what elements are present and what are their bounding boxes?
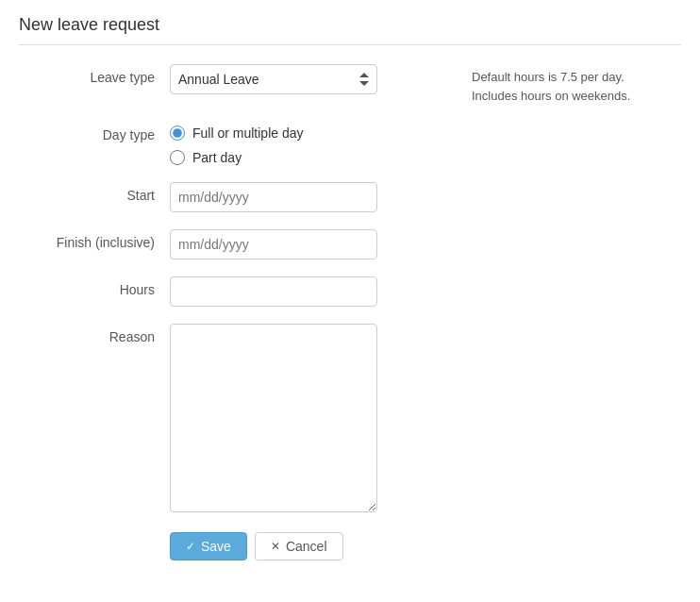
form-container: Leave type Annual Leave Sick Leave Perso… bbox=[19, 64, 681, 560]
finish-row: Finish (inclusive) bbox=[19, 229, 681, 259]
leave-type-note: Default hours is 7.5 per day. Includes h… bbox=[472, 64, 630, 105]
radio-full-day-label: Full or multiple day bbox=[192, 125, 304, 141]
note-line2: Includes hours on weekends. bbox=[472, 89, 630, 103]
save-button-label: Save bbox=[201, 539, 231, 554]
reason-label: Reason bbox=[19, 324, 170, 344]
reason-textarea[interactable] bbox=[170, 324, 377, 512]
start-field bbox=[170, 182, 453, 212]
start-label: Start bbox=[19, 182, 170, 203]
day-type-label: Day type bbox=[19, 122, 170, 142]
radio-part-day-option[interactable]: Part day bbox=[170, 150, 453, 165]
cancel-button-label: Cancel bbox=[286, 539, 327, 554]
page-title: New leave request bbox=[19, 15, 681, 45]
radio-full-day-option[interactable]: Full or multiple day bbox=[170, 125, 453, 141]
finish-label: Finish (inclusive) bbox=[19, 229, 170, 250]
leave-type-field: Annual Leave Sick Leave Personal Leave bbox=[170, 64, 453, 94]
reason-field bbox=[170, 324, 453, 515]
day-type-row: Day type Full or multiple day Part day bbox=[19, 122, 681, 165]
hours-label: Hours bbox=[19, 276, 170, 297]
radio-part-day-label: Part day bbox=[192, 150, 242, 165]
radio-part-day[interactable] bbox=[170, 150, 185, 165]
x-icon: ✕ bbox=[271, 540, 280, 553]
hours-input[interactable] bbox=[170, 276, 377, 307]
leave-type-row: Leave type Annual Leave Sick Leave Perso… bbox=[19, 64, 681, 105]
save-button[interactable]: ✓ Save bbox=[170, 532, 247, 560]
check-icon: ✓ bbox=[186, 540, 195, 553]
hours-field bbox=[170, 276, 453, 307]
note-line1: Default hours is 7.5 per day. bbox=[472, 70, 625, 84]
start-input[interactable] bbox=[170, 182, 377, 212]
page-container: New leave request Leave type Annual Leav… bbox=[0, 0, 700, 602]
radio-group: Full or multiple day Part day bbox=[170, 122, 453, 165]
finish-field bbox=[170, 229, 453, 259]
cancel-button[interactable]: ✕ Cancel bbox=[255, 532, 343, 560]
leave-type-label: Leave type bbox=[19, 64, 170, 85]
finish-input[interactable] bbox=[170, 229, 377, 259]
radio-full-day[interactable] bbox=[170, 125, 185, 141]
hours-row: Hours bbox=[19, 276, 681, 307]
start-row: Start bbox=[19, 182, 681, 212]
reason-row: Reason bbox=[19, 324, 681, 515]
day-type-field: Full or multiple day Part day bbox=[170, 122, 453, 165]
buttons-row: ✓ Save ✕ Cancel bbox=[19, 532, 681, 560]
leave-type-select[interactable]: Annual Leave Sick Leave Personal Leave bbox=[170, 64, 377, 94]
